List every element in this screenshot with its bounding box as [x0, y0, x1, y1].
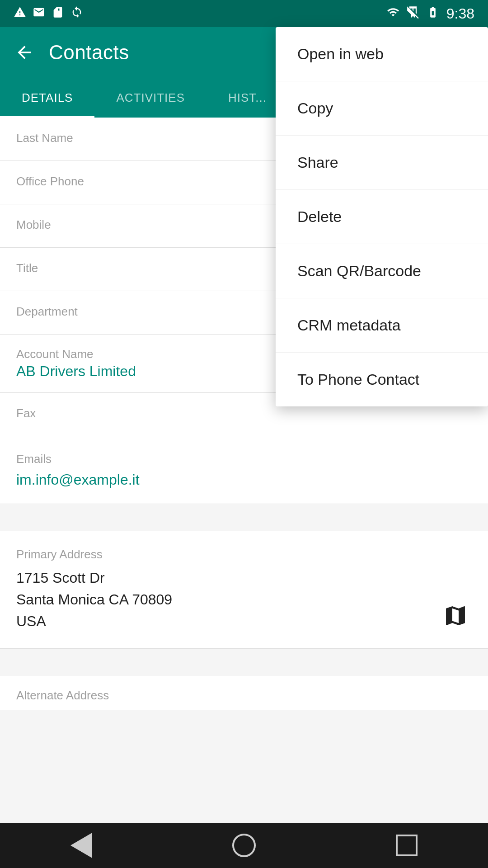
nav-recents-button[interactable]	[389, 827, 425, 863]
context-menu-item-to-phone-contact[interactable]: To Phone Contact	[276, 353, 488, 406]
tab-activities[interactable]: ACTIVITIES	[94, 78, 206, 118]
primary-address-section: Primary Address 1715 Scott Dr Santa Moni…	[0, 531, 488, 649]
page-title: Contacts	[49, 41, 129, 64]
field-emails: Emails im.info@example.it	[0, 436, 488, 504]
nav-home-icon	[232, 834, 256, 857]
map-icon-button[interactable]	[439, 599, 472, 632]
primary-address-text: 1715 Scott Dr Santa Monica CA 70809 USA	[16, 567, 172, 632]
context-menu-item-share[interactable]: Share	[276, 136, 488, 190]
status-time: 9:38	[446, 5, 474, 22]
wifi-icon	[386, 6, 400, 22]
field-label-emails: Emails	[16, 452, 472, 466]
address-line2: Santa Monica CA 70809	[16, 589, 172, 610]
status-bar: 9:38	[0, 0, 488, 27]
context-menu: Open in web Copy Share Delete Scan QR/Ba…	[276, 27, 488, 406]
primary-address-label: Primary Address	[16, 547, 472, 561]
tab-details[interactable]: DETAILS	[0, 78, 94, 118]
nav-back-icon	[70, 833, 92, 858]
address-line1: 1715 Scott Dr	[16, 567, 172, 589]
primary-address-content: 1715 Scott Dr Santa Monica CA 70809 USA	[16, 567, 472, 632]
gmail-icon	[33, 6, 45, 22]
alternate-address-section: Alternate Address	[0, 676, 488, 710]
field-value-emails[interactable]: im.info@example.it	[16, 472, 472, 488]
alert-icon	[14, 6, 26, 22]
nav-bar	[0, 823, 488, 868]
signal-icon	[407, 6, 419, 22]
back-button[interactable]	[14, 42, 34, 62]
sdcard-icon	[52, 6, 64, 22]
context-menu-item-crm-metadata[interactable]: CRM metadata	[276, 298, 488, 353]
context-menu-item-open-in-web[interactable]: Open in web	[276, 27, 488, 81]
section-spacer-2	[0, 649, 488, 676]
context-menu-item-delete[interactable]: Delete	[276, 190, 488, 244]
nav-back-button[interactable]	[63, 827, 99, 863]
nav-recents-icon	[396, 835, 418, 856]
status-icons-left	[14, 6, 83, 22]
field-label-fax: Fax	[16, 406, 472, 420]
alternate-address-label: Alternate Address	[16, 689, 472, 703]
context-menu-item-copy[interactable]: Copy	[276, 81, 488, 136]
address-line3: USA	[16, 610, 172, 632]
status-icons-right: 9:38	[386, 5, 474, 22]
battery-icon	[426, 6, 440, 22]
section-spacer	[0, 504, 488, 531]
nav-home-button[interactable]	[226, 827, 262, 863]
context-menu-item-scan-qr[interactable]: Scan QR/Barcode	[276, 244, 488, 298]
sync-icon	[70, 6, 83, 22]
